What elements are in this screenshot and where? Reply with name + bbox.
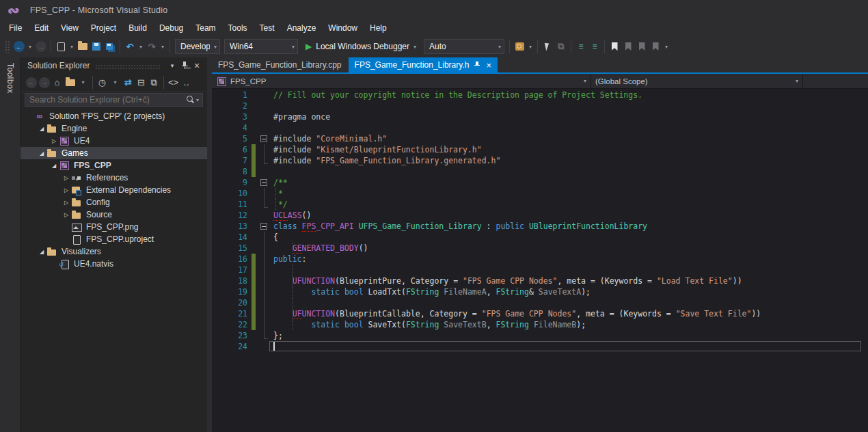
fold-toggle-icon[interactable] (260, 179, 267, 186)
code-line-5[interactable]: 5#include "CoreMinimal.h" (212, 133, 868, 144)
increase-indent-icon[interactable]: ≡ (588, 40, 601, 53)
copy-reference-icon[interactable]: ⧉ (555, 40, 567, 53)
se-switch-views-dropdown-icon[interactable]: ▾ (77, 76, 89, 90)
collapse-arrow-icon[interactable]: ◢ (49, 163, 59, 169)
undo-icon[interactable]: ↶ (124, 40, 136, 53)
tree-item-visualizers[interactable]: ◢Visualizers (21, 245, 207, 258)
menu-analyze[interactable]: Analyze (281, 21, 323, 35)
se-sync-with-active-document-icon[interactable]: ⇄ (122, 76, 134, 90)
menu-help[interactable]: Help (364, 21, 393, 35)
se-forward-icon[interactable]: → (38, 76, 50, 90)
tree-item-engine[interactable]: ◢Engine (21, 122, 207, 135)
menu-edit[interactable]: Edit (28, 21, 55, 35)
menu-build[interactable]: Build (122, 21, 153, 35)
code-line-12[interactable]: 12UCLASS() (212, 210, 868, 221)
document-tab-active[interactable]: FPS_Game_Function_Library.h× (349, 57, 498, 72)
expand-arrow-icon[interactable]: ▷ (62, 175, 71, 181)
code-line-19[interactable]: 19 static bool LoadTxt(FString FileNameA… (212, 286, 868, 297)
project-dropdown[interactable]: FPS_CPP ▾ (212, 74, 591, 88)
search-input[interactable] (25, 95, 185, 105)
collapse-arrow-icon[interactable]: ◢ (37, 150, 46, 157)
undo-dropdown-icon[interactable]: ▾ (137, 40, 144, 53)
tree-item-ue4[interactable]: ▷UE4 (21, 135, 207, 147)
tree-item-fps-cpp[interactable]: ◢FPS_CPP (21, 159, 207, 172)
panel-grip[interactable] (95, 64, 161, 70)
new-project-icon[interactable] (55, 40, 67, 53)
nav-backward-icon[interactable]: ← (13, 40, 25, 53)
code-line-9[interactable]: 9/** (212, 177, 868, 188)
menu-test[interactable]: Test (254, 21, 281, 35)
close-panel-icon[interactable]: × (191, 59, 203, 72)
menu-team[interactable]: Team (189, 21, 221, 35)
nav-forward-icon[interactable]: → (35, 40, 47, 53)
se-switch-views-icon[interactable] (64, 76, 76, 90)
code-line-17[interactable]: 17 (212, 265, 868, 275)
menu-view[interactable]: View (55, 21, 85, 35)
collapse-arrow-icon[interactable]: ◢ (37, 249, 46, 255)
code-line-20[interactable]: 20 (212, 297, 868, 308)
find-dropdown-icon[interactable]: ▾ (527, 40, 534, 53)
find-in-files-icon[interactable] (513, 40, 526, 53)
collapse-arrow-icon[interactable]: ◢ (37, 126, 46, 132)
toolbar-grip[interactable] (5, 40, 10, 53)
menu-file[interactable]: File (3, 21, 28, 35)
tree-item-config[interactable]: ▷Config (21, 196, 207, 208)
se-back-icon[interactable]: ← (25, 76, 37, 90)
menu-window[interactable]: Window (322, 21, 364, 35)
code-line-4[interactable]: 4 (212, 122, 868, 133)
tree-item-fps-cpp-png[interactable]: FPS_CPP.png (21, 221, 207, 233)
redo-icon[interactable]: ↷ (146, 40, 158, 53)
se-pending-changes-filter-icon[interactable]: ◷ (96, 76, 108, 90)
se-home-icon[interactable]: ⌂ (51, 76, 63, 90)
clear-bookmarks-icon[interactable] (649, 40, 662, 53)
save-icon[interactable] (90, 40, 103, 53)
tree-item-external-dependencies[interactable]: ▷External Dependencies (21, 184, 207, 196)
code-line-22[interactable]: 22 static bool SaveTxt(FString SaveTextB… (212, 319, 868, 330)
start-debug-button[interactable]: ▶Local Windows Debugger▾ (303, 39, 419, 54)
tree-item-references[interactable]: ▷References (21, 172, 207, 184)
tree-item-solution-fps-cpp-2-projects-[interactable]: Solution 'FPS_CPP' (2 projects) (21, 110, 207, 122)
pin-icon[interactable] (178, 59, 191, 72)
tree-item-games[interactable]: ◢Games (21, 147, 207, 159)
solution-configuration-combo[interactable]: Developı▾ (175, 39, 220, 54)
bookmark-overflow-icon[interactable]: ▾ (663, 40, 670, 53)
code-line-18[interactable]: 18 UFUNCTION(BlueprintPure, Category = "… (212, 275, 868, 286)
code-line-2[interactable]: 2 (212, 100, 868, 111)
menu-tools[interactable]: Tools (222, 21, 254, 35)
tree-item-source[interactable]: ▷Source (21, 208, 207, 221)
code-line-7[interactable]: 7#include "FPS_Game_Function_Library.gen… (212, 155, 868, 166)
member-dropdown[interactable] (803, 74, 868, 88)
save-all-icon[interactable] (104, 40, 116, 53)
code-line-23[interactable]: 23}; (212, 330, 868, 341)
search-icon[interactable] (185, 95, 195, 105)
code-line-14[interactable]: 14{ (212, 232, 868, 243)
code-line-24[interactable]: 24 (212, 341, 868, 352)
tree-item-fps-cpp-uproject[interactable]: FPS_CPP.uproject (21, 233, 207, 245)
code-line-1[interactable]: 1// Fill out your copyright notice in th… (212, 90, 868, 100)
navigate-to-icon[interactable] (541, 40, 554, 53)
se-show-all-files-icon[interactable]: ⧉ (148, 76, 160, 90)
fold-toggle-icon[interactable] (260, 223, 267, 230)
menu-project[interactable]: Project (85, 21, 122, 35)
new-project-dropdown-icon[interactable]: ▾ (68, 40, 75, 53)
code-editor[interactable]: 1// Fill out your copyright notice in th… (212, 89, 868, 432)
expand-arrow-icon[interactable]: ▷ (62, 212, 71, 218)
tab-close-icon[interactable]: × (486, 61, 491, 70)
solution-platform-combo[interactable]: Win64▾ (224, 39, 298, 54)
redo-dropdown-icon[interactable]: ▾ (159, 40, 166, 53)
expand-arrow-icon[interactable]: ▷ (49, 138, 59, 144)
code-line-8[interactable]: 8 (212, 166, 868, 177)
code-line-3[interactable]: 3#pragma once (212, 111, 868, 122)
document-tab-inactive[interactable]: FPS_Game_Function_Library.cpp (212, 57, 348, 72)
code-line-15[interactable]: 15 GENERATED_BODY() (212, 243, 868, 254)
expand-arrow-icon[interactable]: ▷ (62, 187, 71, 193)
window-position-dropdown-icon[interactable]: ▾ (166, 59, 178, 72)
next-bookmark-icon[interactable] (636, 40, 648, 53)
tab-pin-icon[interactable] (474, 62, 480, 69)
code-line-11[interactable]: 11 */ (212, 199, 868, 210)
menu-debug[interactable]: Debug (153, 21, 189, 35)
panel-splitter[interactable] (207, 57, 212, 432)
fold-toggle-icon[interactable] (260, 135, 267, 142)
code-line-13[interactable]: 13class FPS_CPP_API UFPS_Game_Function_L… (212, 221, 868, 232)
code-line-10[interactable]: 10 * (212, 188, 868, 199)
